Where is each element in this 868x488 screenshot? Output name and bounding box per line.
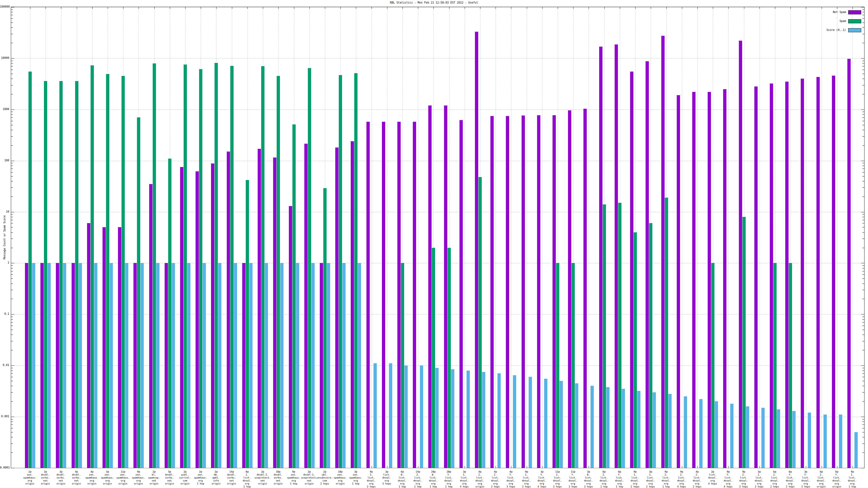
x-tick-top — [542, 7, 542, 9]
x-tick-top — [837, 7, 837, 9]
x-tick-top — [666, 7, 667, 9]
bar-score — [824, 415, 827, 468]
x-tick-top — [372, 7, 372, 9]
y-major-tick-right — [861, 7, 864, 7]
y-minor-tick-right — [862, 43, 864, 43]
bar-not-spam — [770, 84, 773, 468]
y-minor-tick-right — [862, 319, 864, 320]
x-gridline — [465, 7, 465, 468]
y-minor-tick-right — [862, 9, 864, 10]
x-tick-top — [433, 7, 434, 9]
bar-score — [110, 263, 113, 468]
bar-score — [637, 391, 641, 468]
x-tick-bottom — [527, 466, 527, 468]
bar-score — [280, 263, 283, 468]
x-tick-top — [92, 7, 93, 9]
bar-spam — [665, 198, 668, 468]
bar-score — [699, 399, 703, 468]
y-minor-tick-left — [11, 66, 13, 66]
y-minor-tick-right — [862, 125, 864, 125]
bar-spam — [447, 248, 451, 468]
y-minor-tick-left — [11, 444, 13, 444]
y-tick-label: 1 — [0, 261, 9, 264]
y-minor-tick-left — [11, 350, 13, 350]
bar-score — [48, 263, 51, 468]
x-tick-top — [61, 7, 61, 9]
y-minor-tick-left — [11, 317, 13, 317]
y-major-tick-right — [861, 109, 864, 110]
x-tick-top — [760, 7, 760, 9]
y-minor-tick-right — [862, 401, 864, 401]
x-tick-top — [775, 7, 775, 9]
bar-score — [404, 365, 408, 468]
y-minor-tick-right — [862, 145, 864, 145]
bar-score — [94, 263, 97, 468]
y-minor-tick-left — [11, 392, 13, 393]
y-minor-tick-left — [11, 19, 13, 19]
bar-score — [63, 263, 66, 468]
y-minor-tick-right — [862, 70, 864, 70]
bar-spam — [277, 76, 280, 468]
y-minor-tick-right — [862, 326, 864, 326]
y-minor-tick-left — [11, 214, 13, 215]
bar-score — [420, 365, 423, 468]
x-tick-top — [387, 7, 388, 9]
bar-score — [762, 408, 765, 468]
x-tick-bottom — [372, 466, 372, 468]
bar-spam — [44, 81, 47, 468]
x-tick-top — [822, 7, 822, 9]
bar-score — [544, 379, 547, 468]
bar-score — [513, 375, 516, 468]
x-tick-top — [185, 7, 186, 9]
x-gridline — [760, 7, 760, 468]
bar-score — [342, 263, 346, 468]
x-tick-top — [30, 7, 30, 9]
y-major-tick-left — [11, 417, 14, 417]
x-tick-top — [449, 7, 450, 9]
x-gridline — [682, 7, 682, 468]
legend-label-not-spam: Not Spam — [833, 10, 846, 13]
bar-not-spam — [615, 44, 618, 468]
y-tick-label: 0.1 — [0, 313, 9, 315]
y-minor-tick-left — [11, 74, 13, 74]
legend-swatch-spam — [848, 19, 861, 23]
bar-score — [746, 406, 749, 468]
x-tick-top — [123, 7, 123, 9]
y-minor-tick-left — [11, 422, 13, 422]
x-tick-top — [77, 7, 77, 9]
legend-swatch-not-spam — [848, 10, 861, 14]
y-minor-tick-right — [862, 23, 864, 23]
y-minor-tick-right — [862, 444, 864, 444]
x-gridline — [542, 7, 542, 468]
y-major-tick-left — [11, 263, 14, 263]
y-minor-tick-right — [862, 377, 864, 377]
bar-not-spam — [289, 206, 292, 468]
y-major-tick-right — [861, 314, 864, 315]
y-minor-tick-left — [11, 330, 13, 330]
bar-score — [187, 263, 190, 468]
bar-spam — [773, 263, 777, 468]
bar-spam — [339, 75, 342, 468]
y-minor-tick-right — [862, 121, 864, 121]
bar-score — [435, 368, 439, 468]
x-tick-top — [790, 7, 791, 9]
bar-spam — [711, 263, 714, 468]
bar-score — [172, 263, 175, 468]
y-minor-tick-right — [862, 217, 864, 217]
y-minor-tick-left — [11, 373, 13, 373]
y-minor-tick-left — [11, 248, 13, 248]
bar-not-spam — [599, 46, 602, 468]
x-tick-bottom — [822, 466, 822, 468]
x-tick-bottom — [852, 466, 853, 468]
y-minor-tick-right — [862, 248, 864, 248]
y-minor-tick-left — [11, 181, 13, 182]
y-minor-tick-right — [862, 238, 864, 239]
y-minor-tick-left — [11, 121, 13, 121]
bar-not-spam — [133, 263, 137, 468]
bar-spam — [137, 118, 140, 468]
bar-not-spam — [397, 122, 401, 468]
bar-not-spam — [428, 105, 432, 468]
y-minor-tick-right — [862, 136, 864, 137]
y-minor-tick-left — [11, 115, 13, 115]
x-gridline — [387, 7, 388, 468]
